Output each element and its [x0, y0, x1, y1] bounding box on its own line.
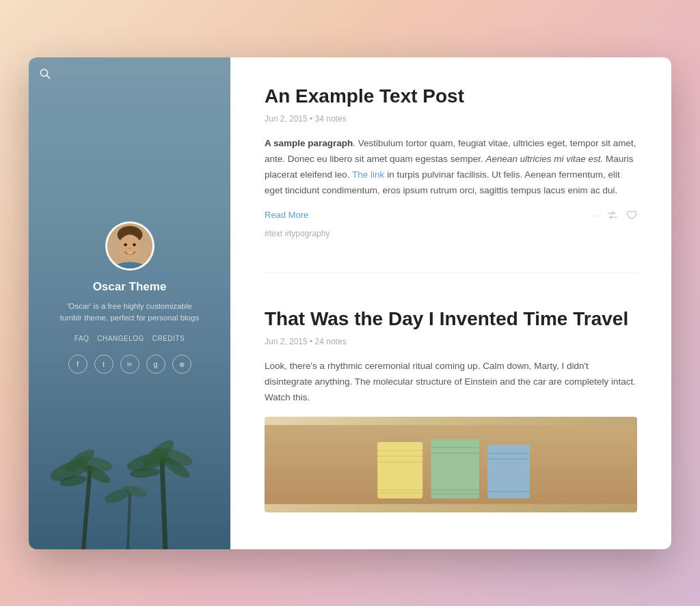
post-1-read-more[interactable]: Read More [265, 210, 308, 220]
sidebar: Oscar Theme 'Oscar' is a free highly cus… [29, 57, 230, 549]
post-1-action-icons: ··· [591, 210, 637, 221]
post-1: An Example Text Post Jun 2, 2015 • 34 no… [265, 85, 637, 273]
sidebar-content: Oscar Theme 'Oscar' is a free highly cus… [58, 221, 202, 374]
post-1-meta: Jun 2, 2015 • 34 notes [265, 114, 637, 124]
svg-point-21 [133, 243, 136, 246]
rss-icon[interactable]: ⊕ [172, 355, 191, 374]
svg-point-22 [129, 247, 131, 249]
post-1-body: A sample paragraph. Vestibulum tortor qu… [265, 136, 637, 199]
nav-credits[interactable]: CREDITS [152, 335, 185, 342]
social-icons: f t in g ⊕ [68, 355, 191, 374]
svg-point-19 [118, 234, 141, 260]
linkedin-icon[interactable]: in [120, 355, 139, 374]
svg-line-8 [162, 460, 165, 549]
post-1-bold: A sample paragraph [265, 138, 353, 148]
dots-icon[interactable]: ··· [591, 210, 599, 221]
nav-changelog[interactable]: CHANGELOG [97, 335, 144, 342]
avatar [105, 221, 154, 271]
twitter-icon[interactable]: t [94, 355, 113, 374]
post-2-title: That Was the Day I Invented Time Travel [265, 307, 637, 331]
post-2-meta: Jun 2, 2015 • 24 notes [265, 337, 637, 346]
sidebar-description: 'Oscar' is a free highly customizable tu… [58, 301, 202, 325]
svg-line-14 [128, 495, 130, 549]
svg-point-24 [138, 244, 143, 250]
heart-icon[interactable] [626, 210, 637, 220]
nav-faq[interactable]: FAQ [75, 335, 90, 342]
post-2-image [265, 417, 637, 512]
main-content: An Example Text Post Jun 2, 2015 • 34 no… [230, 57, 671, 549]
post-1-tags: #text #typography [265, 229, 637, 238]
post-1-link[interactable]: The link [352, 169, 384, 180]
search-icon[interactable] [40, 68, 51, 82]
svg-point-20 [124, 243, 127, 246]
svg-line-1 [47, 75, 50, 78]
palm-trees-decoration [29, 413, 230, 549]
svg-point-23 [116, 244, 120, 250]
post-1-italic: Aenean ultricies mi vitae est. [485, 154, 603, 164]
google-icon[interactable]: g [146, 355, 165, 374]
post-2: That Was the Day I Invented Time Travel … [265, 307, 637, 547]
browser-window: Oscar Theme 'Oscar' is a free highly cus… [29, 57, 671, 549]
facebook-icon[interactable]: f [68, 355, 88, 374]
post-1-title: An Example Text Post [265, 85, 637, 108]
repost-icon[interactable] [607, 210, 618, 220]
sidebar-title: Oscar Theme [93, 280, 167, 294]
sidebar-nav: FAQ CHANGELOG CREDITS [75, 335, 185, 342]
post-1-actions: Read More ··· [265, 210, 637, 221]
post-2-body: Look, there's a rhythmic ceremonial ritu… [265, 359, 637, 406]
